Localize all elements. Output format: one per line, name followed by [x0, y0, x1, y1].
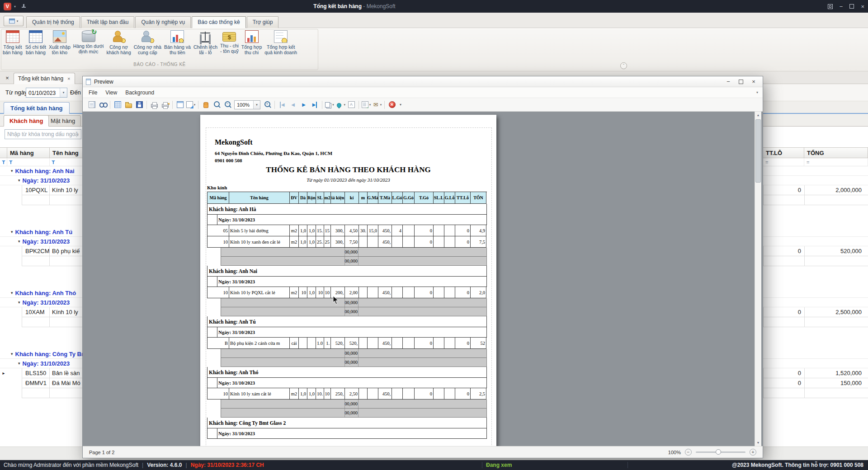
- ribbon-button-business-result[interactable]: Tổng hợp kếtquả kinh doanh: [263, 29, 298, 61]
- find-button[interactable]: [97, 99, 108, 110]
- close-document-button[interactable]: ×: [3, 73, 12, 82]
- expand-arrow-icon[interactable]: ▾: [18, 239, 20, 244]
- page-setup-button[interactable]: [175, 99, 185, 110]
- open-button[interactable]: [123, 99, 134, 110]
- document-map-button[interactable]: [86, 99, 97, 110]
- maximize-button[interactable]: [849, 4, 854, 9]
- ribbon-button-label: Công nợ: [109, 44, 128, 50]
- save-button[interactable]: [134, 99, 145, 110]
- date-dropdown-icon[interactable]: ▾: [60, 88, 67, 97]
- export-button[interactable]: ▾: [361, 99, 372, 110]
- expand-arrow-icon[interactable]: ▾: [11, 169, 13, 173]
- col-header-tong[interactable]: TỔNG: [804, 148, 868, 158]
- ribbon-button-label: quả kinh doanh: [264, 50, 297, 55]
- ribbon-tab[interactable]: Báo cáo thống kê: [192, 16, 245, 28]
- combo-dropdown-icon[interactable]: ▾: [253, 101, 260, 109]
- tab-customers[interactable]: Khách hàng: [4, 115, 49, 127]
- last-page-button[interactable]: ▶: [309, 99, 320, 110]
- watermark-button[interactable]: [346, 99, 357, 110]
- report-group-customer: Khách hàng: Công Ty Bmt Glass 2: [208, 418, 487, 428]
- fullscreen-button[interactable]: [828, 4, 833, 9]
- ribbon-button-low-stock[interactable]: Hàng tồn dướiđịnh mức: [72, 29, 105, 61]
- quick-access-caret-icon[interactable]: ▾: [14, 5, 16, 9]
- save-icon: [136, 101, 143, 108]
- expand-arrow-icon[interactable]: ▾: [11, 291, 13, 295]
- preview-close-button[interactable]: ×: [750, 78, 758, 86]
- document-tab-active[interactable]: Tổng kết bán hàng ×: [14, 73, 75, 84]
- summary-band: 00,000: [221, 298, 487, 307]
- next-page-button[interactable]: ▶: [298, 99, 309, 110]
- filter-cell-tong[interactable]: =: [804, 158, 868, 166]
- quick-print-button[interactable]: [160, 99, 170, 110]
- close-button[interactable]: ×: [861, 4, 864, 9]
- report-group-row: Khách hàng: Anh Thó: [207, 367, 487, 378]
- filter-cell-ttlo[interactable]: =: [763, 158, 804, 166]
- expand-arrow-icon[interactable]: ▾: [18, 300, 20, 305]
- zoom-out-button[interactable]: [222, 99, 233, 110]
- zoom-in-button[interactable]: [262, 99, 273, 110]
- report-cell: 1,0: [307, 236, 316, 248]
- application-menu-button[interactable]: ▾: [4, 16, 24, 26]
- magnifier-button[interactable]: [211, 99, 222, 110]
- filter-funnel-icon[interactable]: [2, 160, 6, 164]
- collapse-ribbon-button[interactable]: ˆ: [620, 62, 627, 69]
- ribbon-tab[interactable]: Quản trị hệ thống: [26, 16, 80, 28]
- ribbon-tab[interactable]: Quản lý nghiệp vụ: [135, 16, 191, 28]
- hand-tool-button[interactable]: [200, 99, 211, 110]
- ribbon-button-cash-fund[interactable]: Thu - chi- tồn quỹ: [219, 29, 240, 61]
- tab-close-icon[interactable]: ×: [67, 76, 70, 81]
- pin-icon[interactable]: [21, 4, 26, 9]
- ribbon-button-supplier-debt[interactable]: Công nợ nhàcung cấp: [132, 29, 163, 61]
- print-button[interactable]: [149, 99, 160, 110]
- multiple-pages-button[interactable]: ▾: [324, 99, 335, 110]
- preview-titlebar[interactable]: Preview − ×: [83, 76, 763, 87]
- zoom-slider-knob[interactable]: [716, 449, 721, 455]
- filter-funnel-icon[interactable]: [52, 160, 56, 164]
- expand-arrow-icon[interactable]: ▾: [11, 352, 13, 356]
- preview-minimize-button[interactable]: −: [724, 78, 732, 86]
- ribbon-button-sales-summary[interactable]: Tổng kếtbán hàng: [1, 29, 24, 61]
- expand-arrow-icon[interactable]: ▾: [18, 361, 20, 366]
- zoom-slider[interactable]: [696, 451, 745, 453]
- parameters-button[interactable]: [112, 99, 123, 110]
- ribbon-button-inventory-io[interactable]: Xuất nhậptồn kho: [47, 29, 72, 61]
- scroll-down-icon[interactable]: ▼: [755, 439, 761, 446]
- filter-cell-code[interactable]: [7, 158, 50, 166]
- from-date-input[interactable]: 01/10/2023 ▾: [26, 88, 67, 98]
- filter-funnel-icon[interactable]: [9, 160, 13, 164]
- ribbon-tab[interactable]: Thiết lập ban đầu: [81, 16, 135, 28]
- preview-maximize-button[interactable]: [739, 80, 743, 84]
- preview-scrollbar[interactable]: ▲ ▼: [755, 112, 761, 446]
- scrollbar-thumb[interactable]: [755, 119, 761, 183]
- search-input[interactable]: [5, 129, 81, 139]
- col-header-ttlo[interactable]: TT.LỖ: [763, 148, 804, 158]
- ribbon-button-profit-loss[interactable]: Chênh lệchlãi - lỗ: [192, 29, 219, 61]
- page-tab-report[interactable]: Tổng kết bán hàng: [4, 102, 70, 114]
- zoom-level-combo[interactable]: 100%▾: [234, 100, 260, 109]
- app-logo-icon[interactable]: V: [4, 3, 11, 10]
- ribbon-button-sales-detail[interactable]: Số chi tiếtbán hàng: [24, 29, 47, 61]
- prev-page-button[interactable]: ◀: [288, 99, 298, 110]
- ribbon-button-income-expense[interactable]: Tổng hợpthu chi: [240, 29, 263, 61]
- expand-arrow-icon[interactable]: ▾: [18, 178, 20, 183]
- zoom-in-button[interactable]: +: [750, 449, 756, 456]
- col-header-code[interactable]: Mã hàng: [7, 148, 50, 158]
- scale-button[interactable]: ▾: [185, 99, 196, 110]
- zoom-out-button[interactable]: −: [685, 449, 692, 456]
- minimize-button[interactable]: −: [840, 4, 843, 9]
- fill-color-button[interactable]: ▾: [335, 99, 346, 110]
- scroll-up-icon[interactable]: ▲: [755, 112, 761, 118]
- expand-arrow-icon[interactable]: ▾: [11, 230, 13, 234]
- toolbar-overflow-icon[interactable]: ▾: [397, 99, 404, 110]
- menu-file[interactable]: File: [85, 88, 101, 97]
- tab-items[interactable]: Mặt hàng: [45, 115, 81, 127]
- menu-view[interactable]: View: [101, 88, 121, 97]
- ribbon-button-sales-cash[interactable]: Bán hàng vàthu tiền: [163, 29, 192, 61]
- menu-background[interactable]: Background: [121, 88, 158, 97]
- exit-button[interactable]: [387, 99, 397, 110]
- ribbon-tab[interactable]: Trợ giúp: [247, 16, 279, 28]
- menu-overflow-chevron-icon[interactable]: ▾: [756, 90, 758, 94]
- first-page-button[interactable]: ◀: [277, 99, 288, 110]
- ribbon-button-customer-debt[interactable]: Công nợkhách hàng: [105, 29, 132, 61]
- email-button[interactable]: ▾: [372, 99, 382, 110]
